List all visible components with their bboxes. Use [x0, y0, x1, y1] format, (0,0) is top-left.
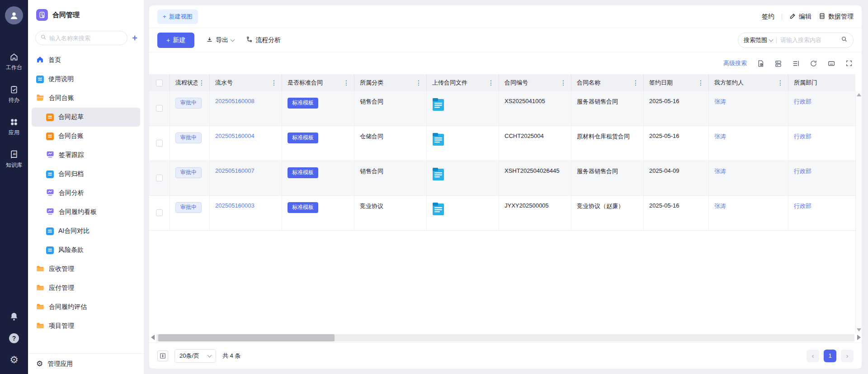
serial-link[interactable]: 202505160008 — [215, 98, 255, 104]
sidebar-item-project-mgmt[interactable]: 项目管理 — [32, 317, 140, 336]
column-menu-icon[interactable]: ⋮ — [776, 79, 784, 86]
new-view-button[interactable]: + 新建视图 — [157, 9, 198, 24]
home-blue-icon — [36, 56, 44, 65]
help-icon[interactable]: ? — [9, 333, 19, 343]
sidebar-search[interactable] — [35, 31, 127, 45]
create-button[interactable]: + 新建 — [157, 33, 194, 48]
vertical-scrollbar[interactable] — [855, 91, 862, 333]
department-link[interactable]: 行政部 — [794, 202, 811, 210]
contract-file-icon[interactable] — [432, 167, 444, 182]
scroll-down-icon[interactable] — [857, 328, 861, 331]
search-icon[interactable] — [841, 36, 848, 44]
column-menu-icon[interactable]: ⋮ — [697, 79, 705, 86]
signer-link[interactable]: 张涛 — [714, 167, 726, 175]
row-height-icon[interactable] — [157, 350, 168, 361]
add-view-plus-icon[interactable]: + — [132, 33, 137, 43]
next-page-button[interactable]: › — [841, 350, 854, 362]
sidebar-item-contract-ledger-group[interactable]: 合同台账 — [32, 89, 140, 108]
column-settings-icon[interactable] — [792, 60, 800, 67]
sidebar-item-sign-tracking[interactable]: 签署跟踪 — [32, 146, 140, 165]
sidebar-item-contract-archive[interactable]: 合同归档 — [32, 165, 140, 184]
sidebar-item-performance-board[interactable]: 合同履约看板 — [32, 203, 140, 222]
contract-file-icon[interactable] — [432, 202, 444, 217]
sidebar-item-contract-ledger[interactable]: 合同台账 — [32, 127, 140, 146]
row-checkbox[interactable] — [156, 175, 163, 181]
user-avatar[interactable] — [5, 6, 23, 24]
advanced-search-link[interactable]: 高级搜索 — [723, 59, 747, 67]
sidebar-item-performance-eval[interactable]: 合同履约评估 — [32, 298, 140, 317]
chart-purple-icon — [46, 208, 54, 217]
sign-button[interactable]: 签约 — [762, 13, 774, 21]
prev-page-button[interactable]: ‹ — [807, 350, 819, 362]
signer-link[interactable]: 张涛 — [714, 202, 726, 210]
contract-file-icon[interactable] — [432, 133, 444, 147]
refresh-icon[interactable] — [810, 60, 817, 67]
serial-link[interactable]: 202505160007 — [215, 167, 255, 174]
table-row[interactable]: 审批中 202505160003 标准模板 竞业协议 JYXY202500005… — [149, 196, 855, 231]
folder-icon — [36, 265, 44, 274]
search-scope-dropdown[interactable]: 搜索范围 — [744, 36, 773, 44]
table-search-input[interactable] — [780, 37, 837, 43]
table-row[interactable]: 审批中 202505160008 标准模板 销售合同 XS2025041005 … — [149, 91, 855, 126]
select-all-checkbox[interactable] — [156, 80, 163, 86]
chevron-down-icon — [769, 37, 774, 42]
scroll-up-icon[interactable] — [857, 93, 861, 96]
sidebar-item-risk-terms[interactable]: 风险条款 — [32, 241, 140, 260]
settings-gear-icon[interactable]: ⚙ — [9, 355, 19, 365]
contract-file-icon[interactable] — [432, 98, 444, 113]
card-view-icon[interactable] — [774, 60, 782, 67]
column-menu-icon[interactable]: ⋮ — [342, 79, 350, 86]
export-button[interactable]: 导出 — [206, 36, 234, 44]
horizontal-scrollbar[interactable] — [149, 333, 862, 342]
bell-icon[interactable] — [9, 312, 19, 322]
table-row[interactable]: 审批中 202505160004 标准模板 仓储合同 CCHT2025004 原… — [149, 126, 855, 161]
hscroll-thumb[interactable] — [158, 334, 335, 341]
current-page-button[interactable]: 1 — [824, 350, 836, 362]
sidebar-item-receivables[interactable]: 应收管理 — [32, 260, 140, 279]
export-file-icon[interactable] — [757, 60, 764, 67]
manage-apps-button[interactable]: ⚙ 管理应用 — [28, 353, 144, 374]
page-size-select[interactable]: 20条/页 — [175, 349, 216, 363]
serial-link[interactable]: 202505160004 — [215, 133, 255, 139]
sidebar-item-contract-analysis[interactable]: 合同分析 — [32, 184, 140, 203]
scroll-left-icon[interactable] — [151, 335, 155, 340]
column-menu-icon[interactable]: ⋮ — [270, 79, 278, 86]
sidebar-item-usage[interactable]: 使用说明 — [32, 70, 140, 89]
edit-button[interactable]: 编辑 — [789, 13, 811, 21]
sidebar-item-payables[interactable]: 应付管理 — [32, 279, 140, 298]
sidebar-item-home[interactable]: 首页 — [32, 51, 140, 70]
sidebar-search-input[interactable] — [49, 35, 104, 42]
fullscreen-icon[interactable] — [845, 60, 853, 67]
knowledge-book-ai-icon: AI — [9, 150, 19, 159]
scroll-right-icon[interactable] — [857, 335, 861, 340]
category-text: 销售合同 — [360, 167, 383, 175]
gear-icon: ⚙ — [36, 360, 43, 368]
serial-link[interactable]: 202505160003 — [215, 202, 255, 209]
row-checkbox[interactable] — [156, 105, 163, 112]
department-link[interactable]: 行政部 — [794, 133, 811, 141]
column-menu-icon[interactable]: ⋮ — [415, 79, 423, 86]
sidebar-item-contract-draft[interactable]: 合同起草 — [32, 108, 140, 127]
rail-item-knowledge[interactable]: AI 知识库 — [6, 150, 22, 169]
column-menu-icon[interactable]: ⋮ — [559, 79, 567, 86]
column-menu-icon[interactable]: ⋮ — [487, 79, 495, 86]
sidebar-item-ai-compare[interactable]: AI合同对比 — [32, 222, 140, 241]
column-menu-icon[interactable]: ⋮ — [632, 79, 640, 86]
rail-item-workbench[interactable]: 工作台 — [6, 52, 22, 71]
department-link[interactable]: 行政部 — [794, 167, 811, 175]
folder-icon — [36, 303, 44, 312]
rail-item-apps[interactable]: 应用 — [9, 118, 19, 137]
signer-link[interactable]: 张涛 — [714, 98, 726, 106]
category-text: 仓储合同 — [360, 133, 383, 141]
signer-link[interactable]: 张涛 — [714, 133, 726, 141]
department-link[interactable]: 行政部 — [794, 98, 811, 106]
row-checkbox[interactable] — [156, 140, 163, 147]
plus-icon: + — [163, 13, 166, 20]
data-manage-button[interactable]: 数据管理 — [819, 13, 854, 21]
flow-analysis-button[interactable]: 流程分析 — [246, 36, 281, 44]
row-checkbox[interactable] — [156, 209, 163, 216]
keyboard-icon[interactable] — [827, 60, 835, 67]
rail-item-todo[interactable]: 待办 — [9, 85, 19, 104]
table-row[interactable]: 审批中 202505160007 标准模板 销售合同 XSHT202504026… — [149, 161, 855, 196]
column-menu-icon[interactable]: ⋮ — [198, 79, 206, 86]
